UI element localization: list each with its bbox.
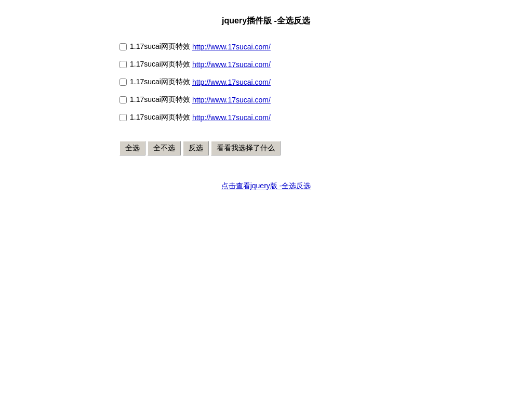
checkbox-1[interactable]: [119, 43, 127, 50]
checkbox-link-4[interactable]: http://www.17sucai.com/: [192, 96, 271, 104]
checkbox-row: 1.17sucai网页特效 http://www.17sucai.com/: [119, 95, 271, 105]
select-none-button[interactable]: 全不选: [148, 141, 181, 155]
checkbox-2[interactable]: [119, 61, 127, 68]
invert-button[interactable]: 反选: [183, 141, 209, 155]
checkbox-5[interactable]: [119, 114, 127, 121]
checkbox-link-1[interactable]: http://www.17sucai.com/: [192, 43, 271, 51]
show-selected-button[interactable]: 看看我选择了什么: [211, 141, 281, 155]
bottom-link[interactable]: 点击查看jquery版 -全选反选: [221, 181, 311, 190]
checkbox-row: 1.17sucai网页特效 http://www.17sucai.com/: [119, 113, 271, 122]
checkbox-row: 1.17sucai网页特效 http://www.17sucai.com/: [119, 60, 271, 69]
page-title: jquery插件版 -全选反选: [222, 16, 310, 27]
checkbox-label-2: 1.17sucai网页特效: [130, 60, 190, 69]
checkbox-link-3[interactable]: http://www.17sucai.com/: [192, 78, 271, 86]
checkbox-row: 1.17sucai网页特效 http://www.17sucai.com/: [119, 42, 271, 51]
checkbox-label-1: 1.17sucai网页特效: [130, 42, 190, 51]
checkboxes-container: 1.17sucai网页特效 http://www.17sucai.com/1.1…: [119, 42, 271, 122]
checkbox-label-3: 1.17sucai网页特效: [130, 77, 190, 87]
checkbox-4[interactable]: [119, 96, 127, 103]
checkbox-link-5[interactable]: http://www.17sucai.com/: [192, 113, 271, 122]
checkbox-label-4: 1.17sucai网页特效: [130, 95, 190, 105]
bottom-link-container: 点击查看jquery版 -全选反选: [221, 181, 311, 191]
checkbox-link-2[interactable]: http://www.17sucai.com/: [192, 60, 271, 69]
buttons-container: 全选 全不选 反选 看看我选择了什么: [119, 141, 281, 155]
checkbox-row: 1.17sucai网页特效 http://www.17sucai.com/: [119, 77, 271, 87]
checkbox-3[interactable]: [119, 79, 127, 86]
select-all-button[interactable]: 全选: [119, 141, 145, 155]
checkbox-label-5: 1.17sucai网页特效: [130, 113, 190, 122]
